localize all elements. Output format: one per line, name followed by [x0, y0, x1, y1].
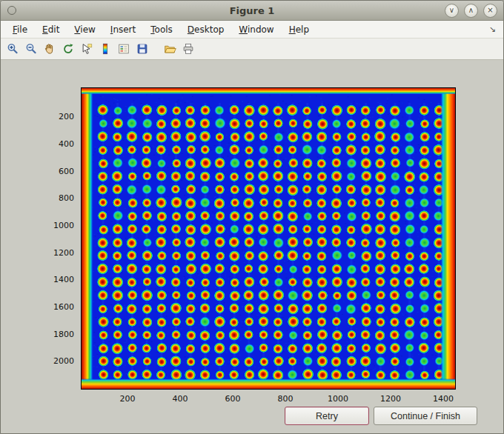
pan-button[interactable]	[42, 41, 58, 57]
pan-icon	[43, 42, 56, 56]
menu-bar: FileEditViewInsertToolsDesktopWindowHelp…	[1, 21, 503, 39]
save-figure-button[interactable]	[134, 41, 150, 57]
window-title: Figure 1	[1, 5, 503, 16]
insert-legend-icon	[117, 42, 130, 56]
figure-window: Figure 1 ∨∧× FileEditViewInsertToolsDesk…	[0, 0, 504, 434]
rotate-3d-icon	[62, 42, 75, 56]
y-tick-label: 1200	[42, 248, 74, 258]
y-tick-label: 1600	[42, 302, 74, 312]
figure-content: Retry Continue / Finish 2004006008001000…	[1, 60, 503, 433]
print-figure-button[interactable]	[180, 41, 196, 57]
window-menu-icon[interactable]	[7, 6, 16, 15]
y-tick-label: 2000	[42, 356, 74, 366]
print-figure-icon	[182, 42, 195, 56]
open-file-button[interactable]	[162, 41, 178, 57]
x-tick-label: 1400	[433, 394, 454, 404]
insert-legend-button[interactable]	[116, 41, 132, 57]
microarray-image[interactable]	[82, 88, 455, 389]
menu-tools[interactable]: Tools	[143, 22, 180, 37]
window-controls: ∨∧×	[445, 4, 497, 18]
menu-help[interactable]: Help	[282, 22, 316, 37]
insert-colorbar-button[interactable]	[97, 41, 113, 57]
data-cursor-button[interactable]	[79, 41, 95, 57]
y-tick-label: 800	[42, 193, 74, 203]
menu-edit[interactable]: Edit	[35, 22, 67, 37]
y-tick-label: 400	[42, 139, 74, 149]
menu-items: FileEditViewInsertToolsDesktopWindowHelp	[5, 22, 316, 37]
x-tick-label: 200	[120, 394, 136, 404]
continue-finish-button[interactable]: Continue / Finish	[374, 407, 477, 425]
insert-colorbar-icon	[99, 42, 112, 56]
zoom-out-icon	[24, 42, 38, 56]
x-tick-label: 800	[278, 394, 294, 404]
menu-view[interactable]: View	[67, 22, 102, 37]
save-figure-icon	[136, 42, 149, 56]
toolbar-separator	[153, 41, 159, 57]
dock-arrow-icon[interactable]: ↘	[489, 24, 499, 34]
y-tick-label: 1400	[42, 275, 74, 284]
open-file-icon	[163, 42, 176, 56]
x-tick-label: 1000	[328, 394, 348, 404]
y-tick-label: 600	[42, 167, 74, 176]
menu-file[interactable]: File	[5, 22, 35, 37]
zoom-in-icon	[6, 42, 19, 56]
close-button[interactable]: ×	[483, 4, 497, 18]
toolbar-buttons	[4, 41, 196, 57]
y-tick-label: 1800	[42, 330, 74, 339]
zoom-in-button[interactable]	[4, 41, 21, 57]
retry-button[interactable]: Retry	[285, 407, 369, 425]
x-tick-label: 1200	[380, 394, 401, 404]
x-tick-label: 400	[173, 394, 188, 404]
x-tick-label: 600	[225, 394, 241, 404]
maximize-button[interactable]: ∧	[464, 4, 478, 18]
menu-insert[interactable]: Insert	[103, 22, 143, 37]
y-tick-label: 1000	[42, 221, 74, 230]
minimize-button[interactable]: ∨	[445, 4, 459, 18]
axes-box	[81, 87, 456, 390]
menu-desktop[interactable]: Desktop	[180, 22, 232, 37]
data-cursor-icon	[80, 42, 93, 56]
zoom-out-button[interactable]	[23, 41, 39, 57]
figure-toolbar	[1, 39, 503, 60]
title-bar[interactable]: Figure 1 ∨∧×	[1, 1, 503, 21]
rotate-3d-button[interactable]	[60, 41, 76, 57]
menu-window[interactable]: Window	[231, 22, 281, 37]
y-tick-label: 200	[42, 112, 74, 121]
